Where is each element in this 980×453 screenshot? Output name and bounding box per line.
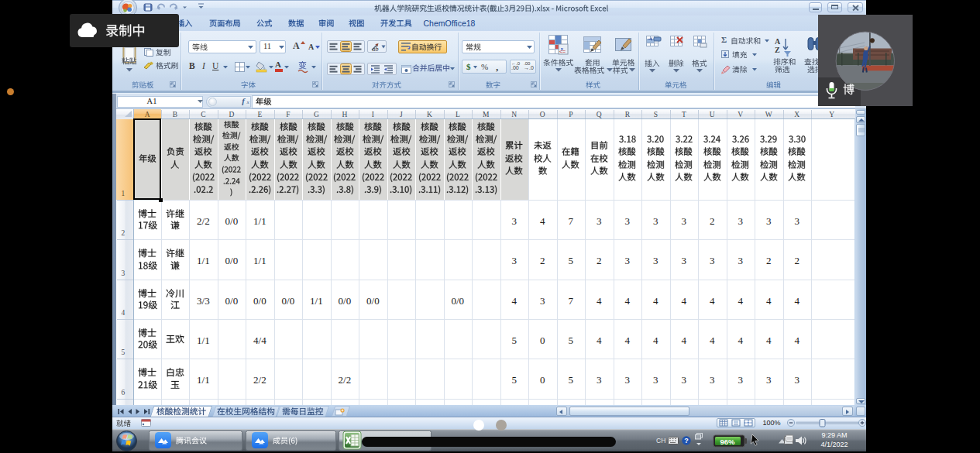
svg-text:Z: Z <box>775 46 780 54</box>
svg-text:A: A <box>775 37 781 46</box>
svg-text:ab: ab <box>373 46 379 53</box>
svg-text:?: ? <box>684 437 689 444</box>
svg-text:<=: <= <box>559 49 566 54</box>
svg-text:96%: 96% <box>720 438 735 446</box>
